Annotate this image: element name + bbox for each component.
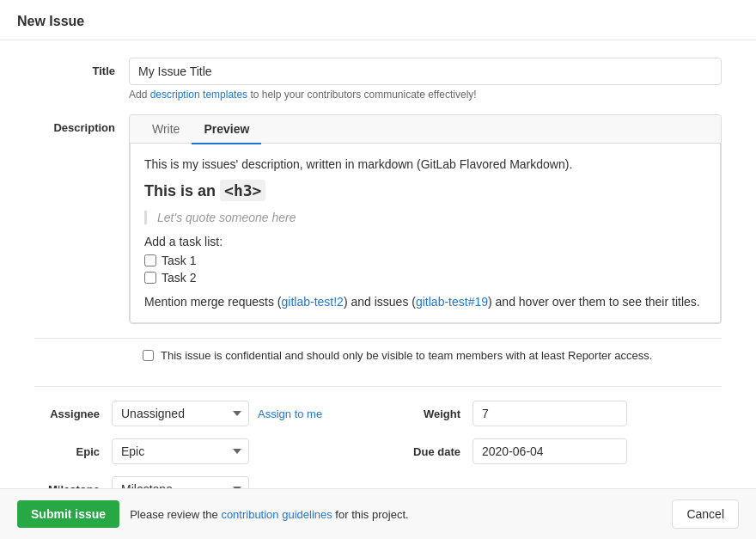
preview-heading: This is an <h3> bbox=[144, 181, 706, 200]
weight-input[interactable] bbox=[472, 401, 627, 426]
description-tabs: Write Preview bbox=[130, 115, 721, 144]
assignee-control: Unassigned Assign to me bbox=[112, 401, 361, 426]
contribution-guidelines-link[interactable]: contribution guidelines bbox=[221, 508, 332, 521]
description-templates-link[interactable]: description templates bbox=[150, 89, 247, 101]
description-label: Description bbox=[34, 114, 129, 134]
footer: Submit issue Please review the contribut… bbox=[0, 488, 756, 539]
preview-intro: This is my issues' description, written … bbox=[144, 157, 706, 171]
submit-issue-button[interactable]: Submit issue bbox=[17, 500, 119, 528]
hint-prefix: Add bbox=[129, 89, 150, 101]
assignee-label: Assignee bbox=[34, 407, 112, 420]
epic-label: Epic bbox=[34, 445, 112, 458]
footer-left: Submit issue Please review the contribut… bbox=[17, 500, 409, 528]
issue-link[interactable]: gitlab-test#19 bbox=[416, 295, 488, 309]
footer-hint: Please review the contribution guideline… bbox=[130, 508, 408, 521]
description-preview-content: This is my issues' description, written … bbox=[130, 144, 721, 323]
title-input[interactable] bbox=[129, 58, 722, 85]
assign-to-me-link[interactable]: Assign to me bbox=[258, 407, 322, 420]
title-label: Title bbox=[34, 58, 129, 77]
weight-label: Weight bbox=[395, 407, 472, 420]
assignee-row: Assignee Unassigned Assign to me bbox=[34, 401, 361, 426]
task-item-1: Task 1 bbox=[144, 254, 706, 267]
task-2-checkbox[interactable] bbox=[144, 272, 156, 284]
preview-mention: Mention merge requests (gitlab-test!2) a… bbox=[144, 295, 706, 309]
hint-suffix: to help your contributors communicate ef… bbox=[247, 89, 477, 101]
confidential-row: This issue is confidential and should on… bbox=[34, 338, 722, 372]
due-date-input[interactable] bbox=[472, 438, 627, 464]
preview-task-section: Add a task list: Task 1 Task 2 bbox=[144, 235, 706, 285]
due-date-label: Due date bbox=[395, 445, 472, 458]
page-title: New Issue bbox=[17, 14, 739, 29]
epic-row: Epic Epic bbox=[34, 438, 361, 464]
due-date-control bbox=[472, 438, 722, 464]
merge-request-link[interactable]: gitlab-test!2 bbox=[282, 295, 344, 309]
task-item-2: Task 2 bbox=[144, 271, 706, 285]
epic-control: Epic bbox=[112, 438, 361, 464]
weight-control bbox=[472, 401, 722, 426]
assignee-select[interactable]: Unassigned bbox=[112, 401, 249, 426]
tab-preview[interactable]: Preview bbox=[192, 115, 261, 144]
confidential-checkbox[interactable] bbox=[143, 350, 154, 361]
due-date-row: Due date bbox=[395, 438, 722, 464]
title-hint: Add description templates to help your c… bbox=[129, 89, 722, 101]
description-editor: Write Preview This is my issues' descrip… bbox=[129, 114, 722, 324]
confidential-label: This issue is confidential and should on… bbox=[161, 349, 652, 362]
section-divider bbox=[34, 386, 722, 387]
task-1-label: Task 1 bbox=[162, 254, 196, 267]
epic-select[interactable]: Epic bbox=[112, 438, 249, 464]
cancel-button[interactable]: Cancel bbox=[672, 499, 739, 529]
preview-blockquote: Let's quote someone here bbox=[144, 211, 706, 224]
tab-write[interactable]: Write bbox=[140, 115, 192, 144]
weight-row: Weight bbox=[395, 401, 722, 426]
task-1-checkbox[interactable] bbox=[144, 254, 156, 266]
task-2-label: Task 2 bbox=[162, 271, 196, 285]
